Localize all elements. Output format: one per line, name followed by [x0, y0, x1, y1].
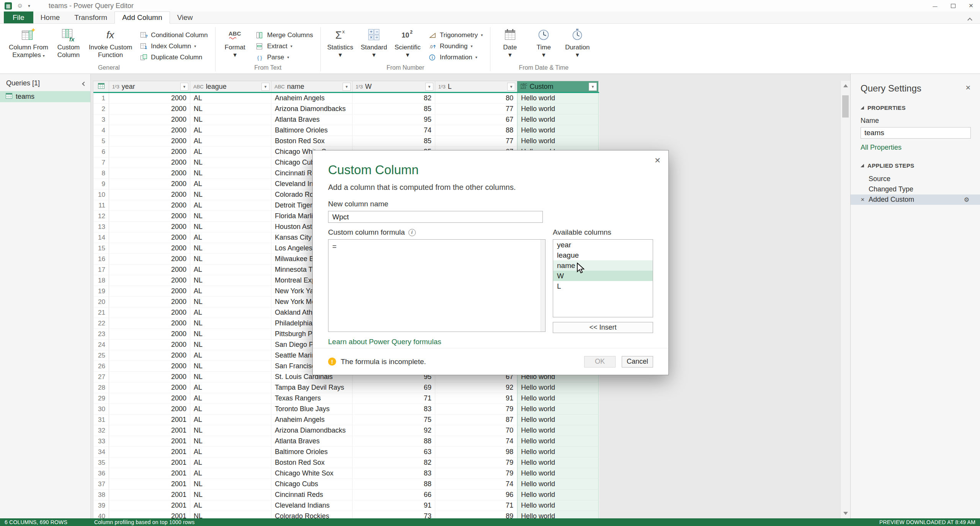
all-properties-link[interactable]: All Properties	[861, 144, 902, 152]
tab-transform[interactable]: Transform	[67, 11, 114, 23]
cell-w[interactable]: 91	[353, 500, 435, 511]
cell-year[interactable]: 2000	[109, 361, 190, 372]
cell-w[interactable]: 74	[353, 125, 435, 136]
cell-l[interactable]: 77	[435, 136, 517, 147]
cell-w[interactable]: 85	[353, 104, 435, 114]
cell-name[interactable]: Toronto Blue Jays	[271, 404, 353, 415]
cell-league[interactable]: AL	[190, 286, 271, 297]
cell-league[interactable]: AL	[190, 350, 271, 361]
table-menu-button[interactable]	[93, 81, 109, 92]
cell-w[interactable]: 71	[353, 393, 435, 404]
scrollbar-thumb[interactable]	[842, 95, 849, 118]
cell-year[interactable]: 2000	[109, 254, 190, 265]
available-column-name[interactable]: name	[553, 260, 653, 271]
cell-league[interactable]: NL	[190, 318, 271, 329]
close-window-button[interactable]	[962, 0, 980, 11]
cell-custom[interactable]: Hello world	[517, 393, 599, 404]
cell-league[interactable]: AL	[190, 93, 271, 104]
applied-step-source[interactable]: Source	[851, 174, 980, 184]
available-column-w[interactable]: W	[553, 271, 653, 281]
cell-league[interactable]: AL	[190, 447, 271, 457]
cell-l[interactable]: 80	[435, 93, 517, 104]
cell-custom[interactable]: Hello world	[517, 114, 599, 125]
cell-custom[interactable]: Hello world	[517, 93, 599, 104]
cell-year[interactable]: 2000	[109, 318, 190, 329]
formula-editor-scrollbar[interactable]	[541, 240, 545, 332]
scroll-down-button[interactable]	[841, 508, 850, 518]
applied-step-added-custom[interactable]: ✕Added Custom⚙	[851, 194, 980, 205]
cell-custom[interactable]: Hello world	[517, 511, 599, 518]
cell-custom[interactable]: Hello world	[517, 479, 599, 490]
cell-w[interactable]: 83	[353, 468, 435, 479]
scrollbar-track[interactable]	[841, 91, 850, 508]
cell-l[interactable]: 91	[435, 393, 517, 404]
cell-league[interactable]: NL	[190, 297, 271, 307]
cell-year[interactable]: 2000	[109, 125, 190, 136]
applied-step-changed-type[interactable]: Changed Type	[851, 184, 980, 194]
ribbon-button-statistics[interactable]: ΣxStatistics▾	[323, 25, 357, 64]
maximize-button[interactable]	[944, 0, 962, 11]
cell-league[interactable]: AL	[190, 232, 271, 243]
delete-step-icon[interactable]: ✕	[861, 197, 865, 203]
filter-dropdown-button[interactable]	[425, 83, 433, 91]
column-header-custom[interactable]: ABC123Custom	[517, 81, 599, 92]
cell-year[interactable]: 2000	[109, 286, 190, 297]
cell-custom[interactable]: Hello world	[517, 415, 599, 425]
cell-l[interactable]: 74	[435, 479, 517, 490]
cell-year[interactable]: 2000	[109, 179, 190, 189]
ribbon-button-merge-columns[interactable]: Merge Columns	[253, 29, 316, 41]
cell-w[interactable]: 92	[353, 425, 435, 436]
cell-league[interactable]: AL	[190, 404, 271, 415]
cell-league[interactable]: NL	[190, 168, 271, 179]
ribbon-button-format[interactable]: ABCFormat▾	[218, 25, 252, 64]
cell-league[interactable]: AL	[190, 125, 271, 136]
cell-name[interactable]: Anaheim Angels	[271, 415, 353, 425]
collapse-queries-pane-button[interactable]	[83, 79, 86, 87]
column-header-year[interactable]: 1²3year	[109, 81, 190, 92]
cell-name[interactable]: Arizona Diamondbacks	[271, 425, 353, 436]
step-settings-gear-icon[interactable]: ⚙	[964, 196, 969, 203]
cell-custom[interactable]: Hello world	[517, 447, 599, 457]
cell-w[interactable]: 95	[353, 114, 435, 125]
cell-year[interactable]: 2000	[109, 350, 190, 361]
cell-year[interactable]: 2001	[109, 415, 190, 425]
cell-custom[interactable]: Hello world	[517, 500, 599, 511]
column-header-w[interactable]: 1²3W	[353, 81, 435, 92]
smiley-feedback-icon[interactable]	[17, 2, 23, 9]
cell-l[interactable]: 88	[435, 125, 517, 136]
cell-name[interactable]: Chicago White Sox	[271, 468, 353, 479]
formula-editor[interactable]: =	[328, 239, 546, 332]
cell-name[interactable]: Cleveland Indians	[271, 500, 353, 511]
cell-name[interactable]: Cincinnati Reds	[271, 490, 353, 500]
filter-dropdown-button[interactable]	[261, 83, 270, 91]
cell-year[interactable]: 2001	[109, 479, 190, 490]
cell-l[interactable]: 79	[435, 468, 517, 479]
cell-year[interactable]: 2000	[109, 147, 190, 157]
cell-league[interactable]: NL	[190, 329, 271, 340]
ribbon-button-conditional-column[interactable]: ?Conditional Column	[137, 29, 211, 41]
new-column-name-input[interactable]	[328, 211, 543, 223]
cell-name[interactable]: Boston Red Sox	[271, 457, 353, 468]
cell-w[interactable]: 83	[353, 404, 435, 415]
query-name-input[interactable]	[861, 127, 971, 139]
cell-year[interactable]: 2000	[109, 168, 190, 179]
cell-name[interactable]: Atlanta Braves	[271, 436, 353, 447]
cell-l[interactable]: 77	[435, 104, 517, 114]
cell-league[interactable]: NL	[190, 104, 271, 114]
cell-l[interactable]: 79	[435, 457, 517, 468]
cell-league[interactable]: AL	[190, 393, 271, 404]
cell-l[interactable]: 89	[435, 511, 517, 518]
ribbon-button-standard[interactable]: +−×÷Standard▾	[357, 25, 391, 64]
cell-league[interactable]: NL	[190, 436, 271, 447]
cell-league[interactable]: AL	[190, 468, 271, 479]
cell-league[interactable]: NL	[190, 189, 271, 200]
cell-league[interactable]: NL	[190, 361, 271, 372]
customize-toolbar-dropdown-icon[interactable]	[28, 3, 30, 8]
learn-formulas-link[interactable]: Learn about Power Query formulas	[328, 338, 441, 346]
close-panel-icon[interactable]	[965, 84, 971, 92]
scroll-up-button[interactable]	[841, 81, 850, 91]
insert-button[interactable]: << Insert	[553, 322, 653, 333]
ribbon-button-index-column[interactable]: 1Index Column▾	[137, 41, 211, 52]
cell-l[interactable]: 79	[435, 404, 517, 415]
cell-custom[interactable]: Hello world	[517, 457, 599, 468]
